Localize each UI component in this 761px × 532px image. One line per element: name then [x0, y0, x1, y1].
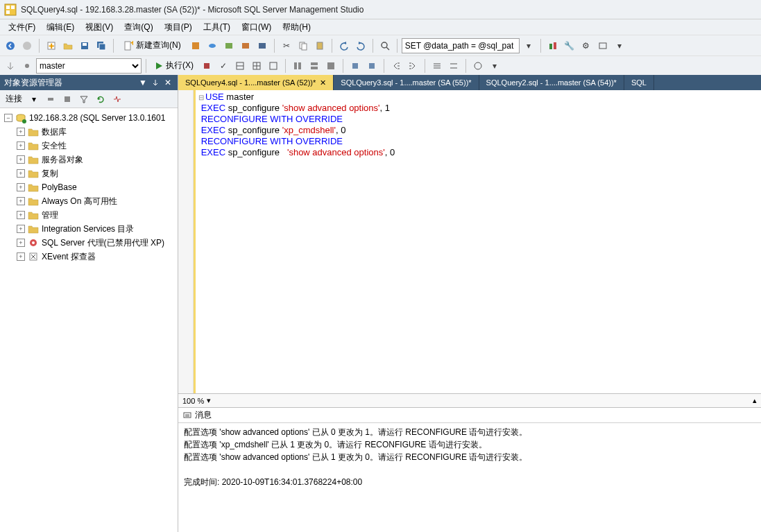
sql-tool-c[interactable] — [323, 58, 339, 74]
messages-body[interactable]: 配置选项 'show advanced options' 已从 0 更改为 1。… — [178, 423, 761, 532]
panel-close-icon[interactable]: ✕ — [162, 77, 173, 88]
filter-button[interactable] — [76, 92, 92, 107]
dropdown-icon[interactable]: ▾ — [521, 38, 536, 53]
expand-icon[interactable]: + — [17, 183, 25, 191]
uncomment-button[interactable] — [446, 58, 461, 74]
editor-tab[interactable]: SQLQuery2.sql - 1....master (SA (54))* — [479, 75, 624, 90]
quick-launch-input[interactable] — [402, 38, 520, 53]
expand-icon[interactable]: + — [17, 128, 25, 136]
tool-btn-3[interactable] — [221, 38, 237, 53]
chevron-up-icon[interactable]: ▴ — [753, 396, 757, 405]
cut-button[interactable]: ✂ — [279, 38, 294, 53]
editor-tab[interactable]: SQLQuery4.sql - 1....master (SA (52))*✕ — [178, 75, 334, 90]
tree-node[interactable]: +SQL Server 代理(已禁用代理 XP) — [14, 236, 176, 250]
code-line[interactable]: EXEC sp_configure 'xp_cmdshell', 0 — [198, 125, 395, 136]
indent-right-button[interactable] — [405, 58, 420, 74]
panel-pin-icon[interactable] — [150, 77, 161, 88]
menu-edit[interactable]: 编辑(E) — [41, 20, 80, 35]
open-button[interactable] — [60, 38, 76, 53]
stop-button[interactable] — [199, 58, 214, 74]
tree-node[interactable]: +数据库 — [14, 125, 176, 139]
stop-button-2[interactable] — [60, 92, 75, 107]
new-item-button[interactable]: ✚ — [44, 38, 59, 53]
nav-forward-button[interactable] — [19, 38, 35, 53]
activity-button[interactable] — [545, 38, 561, 53]
execute-button[interactable]: 执行(X) — [151, 58, 198, 73]
menu-view[interactable]: 视图(V) — [80, 20, 119, 35]
tree-node[interactable]: +服务器对象 — [14, 153, 176, 166]
tree-node[interactable]: +PolyBase — [14, 180, 176, 194]
code-line[interactable]: RECONFIGURE WITH OVERRIDE — [198, 114, 395, 125]
results-text-button[interactable] — [266, 58, 281, 74]
connect-dropdown-icon[interactable]: ▾ — [26, 92, 42, 107]
expand-icon[interactable]: + — [17, 225, 25, 233]
tree-node[interactable]: +安全性 — [14, 139, 176, 153]
tree-node[interactable]: +Always On 高可用性 — [14, 194, 176, 208]
expand-icon[interactable]: + — [17, 155, 25, 164]
panel-dropdown-icon[interactable]: ▼ — [137, 77, 148, 88]
code-editor[interactable]: ⊟USE master EXEC sp_configure 'show adva… — [178, 90, 761, 393]
save-all-button[interactable] — [94, 38, 109, 53]
disconnect-button[interactable] — [43, 92, 58, 107]
tool-btn-2[interactable] — [205, 38, 220, 53]
zoom-dropdown-icon[interactable]: ▾ — [207, 396, 211, 405]
sql-tool-a[interactable] — [290, 58, 305, 74]
refresh-button[interactable] — [93, 92, 108, 107]
menu-file[interactable]: 文件(F) — [3, 20, 41, 35]
sql-tool-1[interactable] — [3, 58, 18, 74]
editor-tab[interactable]: SQL — [624, 75, 654, 90]
editor-tab[interactable]: SQLQuery3.sql - 1....master (SA (55))* — [334, 75, 479, 90]
code-line[interactable]: EXEC sp_configure 'show advanced options… — [198, 103, 395, 114]
menu-query[interactable]: 查询(Q) — [119, 20, 158, 35]
expand-icon[interactable]: + — [17, 141, 25, 150]
sql-tool-e[interactable] — [364, 58, 379, 74]
menu-window[interactable]: 窗口(W) — [236, 20, 277, 35]
tab-close-icon[interactable]: ✕ — [320, 78, 326, 87]
tool-btn-1[interactable] — [188, 38, 203, 53]
nav-back-button[interactable] — [3, 38, 18, 53]
new-query-button[interactable]: ✚ 新建查询(N) — [118, 38, 187, 53]
sql-tool-b[interactable] — [307, 58, 322, 74]
menu-help[interactable]: 帮助(H) — [277, 20, 316, 35]
results-grid-button[interactable] — [249, 58, 264, 74]
sql-tool-2[interactable] — [19, 58, 35, 74]
tree-node[interactable]: +管理 — [14, 208, 176, 222]
expand-icon[interactable]: + — [17, 239, 25, 247]
find-button[interactable] — [377, 38, 393, 53]
plan-button[interactable] — [232, 58, 248, 74]
sql-tool-d[interactable] — [348, 58, 363, 74]
save-button[interactable] — [77, 38, 92, 53]
expand-icon[interactable]: + — [17, 169, 25, 178]
sql-tool-g[interactable]: ▾ — [487, 58, 502, 74]
more-icon[interactable]: ▾ — [612, 38, 627, 53]
redo-button[interactable] — [353, 38, 368, 53]
expand-icon[interactable]: − — [4, 114, 12, 122]
code-line[interactable]: ⊟USE master — [198, 92, 395, 103]
paste-button[interactable] — [312, 38, 327, 53]
expand-icon[interactable]: + — [17, 211, 25, 219]
sql-tool-f[interactable] — [470, 58, 486, 74]
expand-icon[interactable]: + — [17, 252, 25, 261]
menu-tools[interactable]: 工具(T) — [198, 20, 236, 35]
comment-button[interactable] — [429, 58, 445, 74]
expand-icon[interactable]: + — [17, 197, 25, 205]
tree-node[interactable]: +XEvent 探查器 — [14, 250, 176, 264]
code-line[interactable]: RECONFIGURE WITH OVERRIDE — [198, 136, 395, 147]
tool-btn-5[interactable] — [255, 38, 270, 53]
activity-monitor-button[interactable] — [110, 92, 125, 107]
indent-left-button[interactable] — [388, 58, 404, 74]
undo-button[interactable] — [336, 38, 352, 53]
menu-project[interactable]: 项目(P) — [159, 20, 198, 35]
database-select[interactable]: master — [36, 58, 142, 74]
tree-node[interactable]: +Integration Services 目录 — [14, 222, 176, 236]
tree-root[interactable]: − 192.168.3.28 (SQL Server 13.0.1601 — [1, 111, 176, 125]
code-line[interactable]: EXEC sp_configure 'show advanced options… — [198, 147, 395, 158]
messages-tab[interactable]: 消息 — [178, 408, 761, 423]
settings-icon[interactable]: ⚙ — [579, 38, 594, 53]
window-icon[interactable] — [595, 38, 610, 53]
tree-node[interactable]: +复制 — [14, 166, 176, 180]
object-tree[interactable]: − 192.168.3.28 (SQL Server 13.0.1601 +数据… — [0, 108, 178, 532]
copy-button[interactable] — [296, 38, 311, 53]
tool-btn-4[interactable] — [238, 38, 253, 53]
parse-button[interactable]: ✓ — [216, 58, 231, 74]
